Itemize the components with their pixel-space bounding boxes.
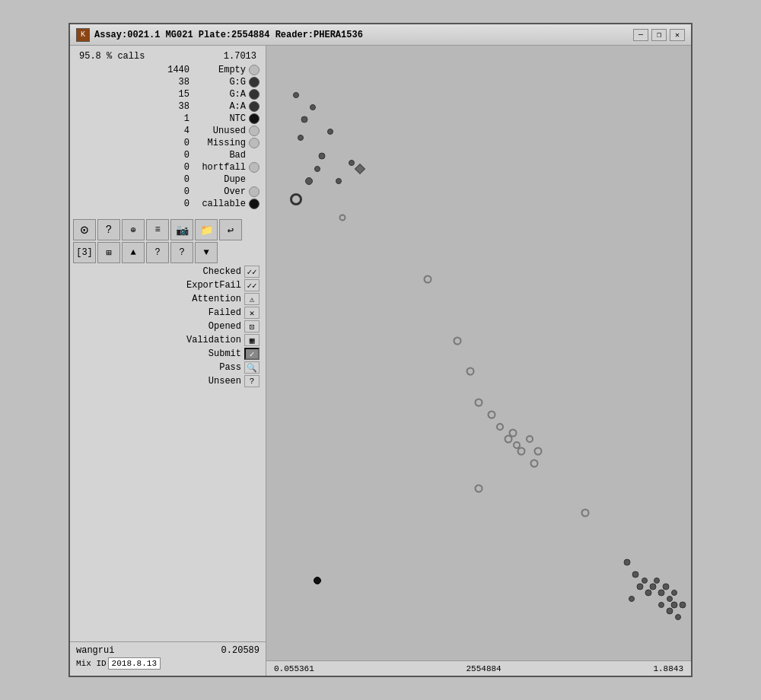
pct-calls-label: 95.8 % calls — [79, 51, 145, 62]
status-item: Opened⊡ — [70, 320, 266, 333]
mix-id-section: Mix ID 2018.8.13 — [76, 657, 260, 670]
title-bar: K Assay:0021.1 MG021 Plate:2554884 Reade… — [70, 24, 691, 46]
legend-label: Unused — [193, 126, 246, 136]
status-list: Checked✓✓ExportFail✓✓Attention⚠Failed✕Op… — [70, 265, 266, 388]
scatter-dot — [658, 590, 664, 597]
scatter-dot — [645, 590, 652, 597]
close-button[interactable]: ✕ — [670, 29, 685, 41]
legend-label: Bad — [193, 150, 246, 161]
status-icon: ✓✓ — [244, 266, 260, 278]
scatter-dot — [298, 135, 304, 141]
down-tool-button[interactable]: ▼ — [195, 242, 218, 263]
status-icon: ⚠ — [244, 293, 260, 305]
edit-tool-button[interactable]: [3] — [73, 242, 96, 263]
legend-dot-placeholder — [249, 150, 260, 161]
scatter-dot — [671, 590, 677, 596]
scatter-dot — [654, 578, 660, 584]
legend-count: 0 — [167, 150, 189, 161]
plot-area — [266, 46, 691, 660]
scatter-dot — [679, 602, 686, 609]
legend-item: 1NTC — [70, 113, 266, 125]
status-icon: ✕ — [244, 307, 260, 319]
crosshair-tool-button[interactable]: ⊕ — [122, 219, 145, 240]
legend-item: 4Unused — [70, 125, 266, 137]
folder-tool-button[interactable]: 📁 — [195, 219, 218, 240]
scatter-dot — [466, 368, 474, 376]
up-tool-button[interactable]: ▲ — [122, 242, 145, 263]
help-tool-button[interactable]: ? — [97, 219, 120, 240]
undo-tool-button[interactable]: ↩ — [219, 219, 242, 240]
x-axis-labels: 0.055361 2554884 1.8843 — [266, 660, 691, 676]
scatter-dot — [349, 160, 355, 166]
legend-count: 38 — [167, 101, 189, 112]
legend-label: A:A — [193, 101, 246, 112]
scatter-dot — [310, 104, 316, 110]
scatter-dot — [624, 558, 631, 565]
legend-item: 0Missing — [70, 137, 266, 149]
legend-item: 0Dupe — [70, 173, 266, 186]
scatter-dot — [629, 596, 635, 602]
x-axis-right: 1.8843 — [653, 664, 683, 673]
legend-item: 0hortfall — [70, 161, 266, 173]
legend-count: 15 — [167, 89, 189, 100]
mix-id-value: 2018.8.13 — [108, 657, 161, 670]
mix-id-label: Mix ID — [76, 659, 107, 668]
grid-tool-button[interactable]: ⊞ — [97, 242, 120, 263]
status-icon[interactable]: ✓ — [244, 348, 260, 360]
status-item: Submit✓ — [70, 347, 266, 361]
status-icon: 🔍 — [244, 361, 260, 374]
zoom-tool-button[interactable]: ⊙ — [73, 219, 96, 240]
status-item-label: ExportFail — [180, 280, 241, 291]
scatter-dot — [632, 571, 639, 578]
restore-button[interactable]: ❒ — [651, 29, 667, 41]
list-tool-button[interactable]: ≡ — [146, 219, 169, 240]
legend-dot — [249, 138, 260, 148]
status-item-label: Checked — [180, 266, 241, 277]
user-label: wangrui — [76, 645, 114, 656]
status-item: Checked✓✓ — [70, 265, 266, 278]
scatter-dot — [667, 596, 673, 602]
legend-label: Over — [193, 186, 246, 197]
legend-count: 4 — [167, 126, 189, 136]
scatter-dot — [487, 410, 495, 418]
status-icon: ▦ — [244, 334, 260, 346]
question-tool-button[interactable]: ? — [146, 242, 169, 263]
status-item-label: Submit — [180, 348, 241, 359]
scatter-dot — [662, 584, 669, 590]
scatter-dot — [649, 584, 656, 590]
scatter-dot — [293, 92, 299, 98]
legend-dot — [249, 113, 260, 124]
legend-label: hortfall — [193, 162, 246, 173]
status-icon: ? — [244, 375, 260, 387]
scatter-dot — [526, 435, 533, 443]
scatter-dot — [318, 153, 325, 160]
legend-dot — [249, 199, 260, 209]
camera-tool-button[interactable]: 📷 — [170, 219, 193, 240]
status-item: Attention⚠ — [70, 292, 266, 306]
legend-item: 0Over — [70, 186, 266, 198]
status-icon: ✓✓ — [244, 279, 260, 291]
left-panel: 95.8 % calls 1.7013 1440Empty38G:G15G:A3… — [70, 46, 266, 676]
scatter-dot — [675, 614, 681, 620]
window-controls: — ❒ ✕ — [633, 29, 685, 41]
scatter-dot — [454, 336, 462, 345]
legend-item: 1440Empty — [70, 64, 266, 76]
status-item: ExportFail✓✓ — [70, 278, 266, 292]
pct-row: 95.8 % calls 1.7013 — [73, 50, 263, 62]
scatter-dot — [530, 460, 538, 468]
legend-dot — [249, 126, 260, 136]
legend-dot — [249, 89, 260, 100]
status-item-label: Pass — [180, 362, 241, 373]
x-axis-center: 2554884 — [466, 664, 501, 673]
legend-dot — [249, 77, 260, 88]
status-item: Validation▦ — [70, 333, 266, 347]
legend-count: 1440 — [167, 65, 189, 75]
scatter-dot — [667, 608, 673, 615]
legend-count: 0 — [167, 199, 189, 209]
scatter-dot — [496, 423, 504, 431]
content-area: 95.8 % calls 1.7013 1440Empty38G:G15G:A3… — [70, 46, 691, 676]
question2-tool-button[interactable]: ? — [170, 242, 193, 263]
scatter-dot — [355, 164, 365, 174]
minimize-button[interactable]: — — [633, 29, 648, 41]
status-item: Unseen? — [70, 374, 266, 388]
